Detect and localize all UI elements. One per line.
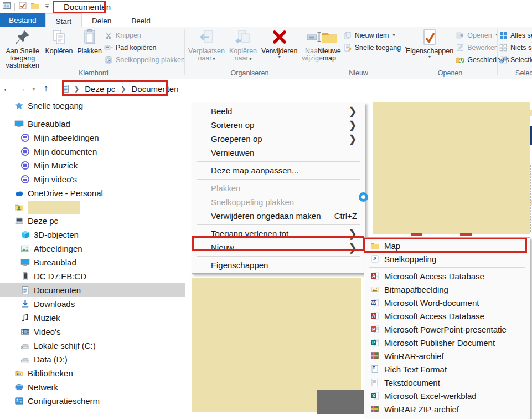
sidebar-item-label: Configuratiescherm [28, 396, 100, 406]
breadcrumb-documenten[interactable]: Documenten [128, 83, 182, 95]
context-menu-item-eigenschappen[interactable]: Eigenschappen [192, 258, 365, 272]
qat-separator [14, 3, 15, 11]
submenu-item-microsoft-excel-werkblad[interactable]: XMicrosoft Excel-werkblad [364, 389, 530, 402]
group-label-organiseren: Organiseren [186, 69, 313, 77]
qat-folder-icon [30, 1, 39, 10]
sidebar-item-mijn-afbeeldingen[interactable]: Mijn afbeeldingen [0, 131, 185, 145]
sidebar-item-dc-d7-eb-cd[interactable]: DC D7:EB:CD [0, 269, 185, 283]
sidebar-item-lokale-schijf-c[interactable]: Lokale schijf (C:) [0, 339, 185, 352]
sidebar-item-configuratiescherm[interactable]: Configuratiescherm [0, 394, 185, 408]
eigenschappen-button[interactable]: Eigenschappen▾ [404, 27, 456, 59]
submenu-item-map[interactable]: Map [364, 239, 530, 252]
sidebar-item-label: Deze pc [28, 216, 58, 226]
selectie-omkeren-button[interactable]: Selectie omkeren [499, 54, 532, 65]
qat-checkbox-button[interactable] [18, 1, 27, 12]
new-folder-icon [321, 28, 338, 46]
sidebar-item-muziek[interactable]: Muziek [0, 311, 185, 325]
recent-locations-chevron[interactable]: ▾ [29, 86, 39, 92]
sidebar-item-mijn-muziek[interactable]: Mijn Muziek [0, 159, 185, 172]
context-menu-item-nieuw[interactable]: Nieuw❯ [192, 241, 365, 254]
button-label: Pad kopiëren [116, 44, 157, 52]
tab-bestand[interactable]: Bestand [0, 13, 45, 27]
submenu-item-microsoft-publisher-document[interactable]: PMicrosoft Publisher Document [364, 336, 530, 349]
sidebar-item-downloads[interactable]: Downloads [0, 297, 185, 311]
button-label: Plakken [77, 48, 101, 55]
menu-item-shortcut: Ctrl+Z [334, 211, 357, 221]
sidebar-item-snelle-toegang[interactable]: Snelle toegang [0, 99, 185, 113]
sidebar-item-mijn-video-s[interactable]: Mijn video's [0, 172, 185, 186]
context-menu-item-toegang-verlenen-tot[interactable]: Toegang verlenen tot❯ [192, 227, 365, 241]
ribbon-tab-bar: BestandStartDelenBeeld [0, 13, 532, 27]
network-icon [14, 382, 24, 392]
aan-snelle-toegang-vastmaken-button[interactable]: Aan Snelle toegang vastmaken [2, 27, 43, 69]
qat-qat-folder-button[interactable] [30, 1, 39, 12]
easy-access-icon [343, 43, 352, 52]
context-menu-item-groeperen-op[interactable]: Groeperen op❯ [192, 132, 365, 146]
phone-icon [20, 272, 30, 281]
sidebar-item-bureaublad[interactable]: Bureaublad [0, 117, 185, 131]
verwijderen-button[interactable]: Verwijderen▾ [259, 27, 299, 59]
back-button[interactable]: ← [0, 83, 14, 94]
context-menu-item-sorteren-op[interactable]: Sorteren op❯ [192, 118, 365, 132]
submenu-item-microsoft-word-document[interactable]: WMicrosoft Word-document [364, 296, 530, 309]
bitmap-icon [370, 285, 379, 294]
context-menu-item-deze-map-aanpassen[interactable]: Deze map aanpassen... [192, 163, 365, 177]
submenu-item-tekstdocument[interactable]: Tekstdocument [364, 376, 530, 389]
sidebar-item-label: Bibliotheken [28, 369, 73, 378]
address-bar[interactable]: ❯Deze pc❯Documenten [59, 83, 182, 95]
breadcrumb-deze-pc[interactable]: Deze pc [81, 83, 118, 95]
sidebar-item-deze-pc[interactable]: Deze pc [0, 214, 185, 228]
sync-icon [20, 161, 30, 170]
sidebar-item-label: Snelle toegang [28, 101, 83, 110]
context-menu-item-verwijderen-ongedaan-maken[interactable]: Verwijderen ongedaan makenCtrl+Z [192, 209, 365, 223]
nieuwe-map-button[interactable]: Nieuwe map [316, 27, 343, 62]
niets-selecteren-button[interactable]: Niets selecteren [499, 42, 532, 53]
sidebar-item-label: DC D7:EB:CD [34, 272, 86, 281]
tab-beeld[interactable]: Beeld [121, 13, 161, 27]
submenu-item-winrar-zip-archief[interactable]: WinRAR ZIP-archief [364, 402, 530, 416]
sidebar-item-label: Lokale schijf (C:) [34, 341, 96, 350]
submenu-item-winrar-archief[interactable]: WinRAR-archief [364, 349, 530, 362]
sidebar-item-bibliotheken[interactable]: Bibliotheken [0, 366, 185, 380]
snelle-toegang-button[interactable]: Snelle toegang▾ [343, 42, 407, 53]
edit-icon [456, 43, 464, 52]
submenu-item-microsoft-access-database[interactable]: AMicrosoft Access Database [364, 309, 530, 323]
pad-kopi-ren-button[interactable]: Pad kopiëren [104, 42, 185, 53]
tab-delen[interactable]: Delen [82, 13, 121, 27]
sidebar-item-netwerk[interactable]: Netwerk [0, 380, 185, 394]
open-icon [456, 31, 464, 40]
sidebar-item-onedrive-personal[interactable]: OneDrive - Personal [0, 186, 185, 200]
sidebar-item-data-d[interactable]: Data (D:) [0, 352, 185, 366]
submenu-item-rich-text-format[interactable]: WRich Text Format [364, 362, 530, 376]
submenu-item-microsoft-powerpoint-presentatie[interactable]: PMicrosoft PowerPoint-presentatie [364, 323, 530, 336]
qat-explorer-button[interactable] [2, 1, 11, 12]
plakken-button[interactable]: Plakken [75, 27, 104, 55]
this-pc-icon [14, 216, 24, 226]
nieuw-item-button[interactable]: Nieuw item▾ [343, 29, 407, 41]
sidebar-item-mijn-documenten[interactable]: Mijn documenten [0, 145, 185, 159]
new-submenu: MapSnelkoppelingAMicrosoft Access Databa… [364, 237, 530, 419]
menu-item-label: Bitmapafbeelding [384, 285, 522, 294]
download-icon [20, 299, 30, 309]
sidebar-item-documenten[interactable]: Documenten [0, 283, 185, 297]
forward-button[interactable]: → [14, 83, 29, 94]
tab-start[interactable]: Start [45, 13, 82, 27]
kopi-ren-button[interactable]: Kopiëren [43, 27, 75, 55]
sidebar-item-bureaublad[interactable]: Bureaublad [0, 256, 185, 269]
context-menu-item-vernieuwen[interactable]: Vernieuwen [192, 146, 365, 160]
up-button[interactable]: ↑ [39, 83, 53, 94]
submenu-item-microsoft-access-database[interactable]: AMicrosoft Access Database [364, 269, 530, 283]
sidebar-item-video-s[interactable]: Video's [0, 325, 185, 339]
submenu-item-bitmapafbeelding[interactable]: Bitmapafbeelding [364, 283, 530, 296]
sidebar-item-3d-objecten[interactable]: 3D-objecten [0, 228, 185, 242]
sidebar-item-censored[interactable] [0, 200, 185, 214]
sidebar-item-label: Video's [34, 327, 60, 336]
context-menu-item-beeld[interactable]: Beeld❯ [192, 104, 365, 118]
winrar-icon [370, 405, 379, 413]
menu-item-label: Microsoft Access Database [384, 272, 522, 281]
alles-selecteren-button[interactable]: Alles selecteren [499, 29, 532, 41]
submenu-item-snelkoppeling[interactable]: Snelkoppeling [364, 252, 530, 265]
history-icon [456, 55, 464, 64]
sidebar-item-afbeeldingen[interactable]: Afbeeldingen [0, 242, 185, 256]
qat-qat-chevron-button[interactable] [43, 1, 51, 12]
